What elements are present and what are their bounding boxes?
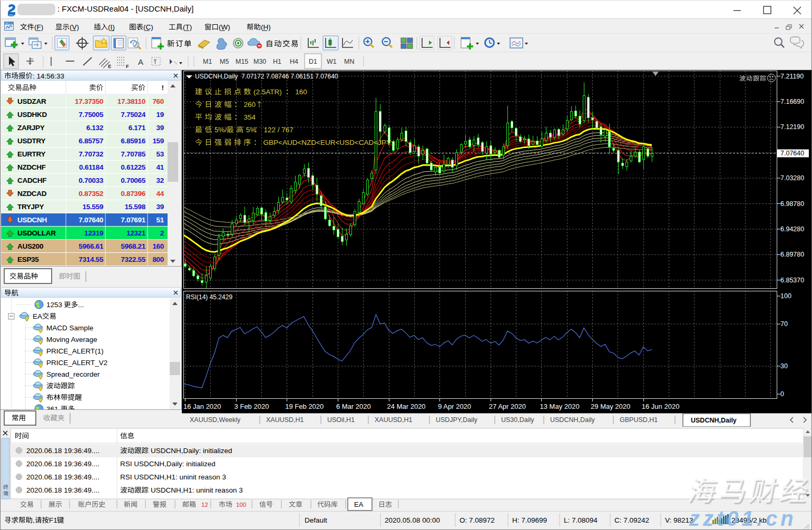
svg-text:(W): (W) <box>219 23 230 31</box>
svg-text:NZDCHF: NZDCHF <box>17 163 46 171</box>
svg-text:41: 41 <box>156 163 164 171</box>
svg-text:MN: MN <box>344 58 354 65</box>
svg-text:159: 159 <box>152 137 164 145</box>
svg-text:EA: EA <box>33 312 42 320</box>
svg-text:6.94280: 6.94280 <box>780 225 804 233</box>
svg-text:E: E <box>108 64 111 69</box>
svg-text:H: 7.09699: H: 7.09699 <box>512 516 547 524</box>
svg-text:A: A <box>138 57 143 66</box>
svg-text:(H): (H) <box>261 23 271 31</box>
svg-text:USDHKD: USDHKD <box>17 111 47 119</box>
svg-text:7.21190: 7.21190 <box>780 73 804 80</box>
svg-text:H1: H1 <box>273 58 281 65</box>
svg-text:D1: D1 <box>309 58 317 65</box>
svg-text:C: 7.09242: C: 7.09242 <box>614 516 649 524</box>
svg-text:6.171: 6.171 <box>129 124 146 132</box>
svg-text:17.37350: 17.37350 <box>75 97 103 105</box>
svg-text:AUS200: AUS200 <box>17 242 43 250</box>
svg-text:MACD Sample: MACD Sample <box>46 324 93 332</box>
svg-text:27 Apr 2020: 27 Apr 2020 <box>489 403 526 410</box>
svg-text:7.75024: 7.75024 <box>121 111 145 119</box>
svg-text:9 Apr 2020: 9 Apr 2020 <box>438 403 471 410</box>
svg-text:15.598: 15.598 <box>125 203 146 211</box>
svg-text:2020.06.18 19:36:49....: 2020.06.18 19:36:49.... <box>26 460 100 468</box>
svg-text:6.98780: 6.98780 <box>780 200 804 208</box>
svg-text:1253: 1253 <box>46 301 62 309</box>
svg-text:zzt01.cn: zzt01.cn <box>689 507 797 530</box>
svg-text:Default: Default <box>305 516 327 524</box>
svg-text:RSI USDCNH,H1: uninit reason 3: RSI USDCNH,H1: uninit reason 3 <box>120 473 226 481</box>
svg-text:6.85916: 6.85916 <box>121 137 145 145</box>
svg-text:30: 30 <box>780 362 788 370</box>
svg-text:USDTRY: USDTRY <box>17 137 45 145</box>
svg-text:,: , <box>33 516 35 524</box>
svg-text:XAUUSD,Weekly: XAUUSD,Weekly <box>190 416 241 424</box>
svg-text:EURTRY: EURTRY <box>17 150 45 158</box>
svg-text:Spread_recorder: Spread_recorder <box>46 370 100 378</box>
svg-text:7.07691: 7.07691 <box>121 216 145 224</box>
svg-text:12319: 12319 <box>84 229 103 237</box>
svg-text:ZARJPY: ZARJPY <box>17 124 45 132</box>
svg-text:USDCNH: USDCNH <box>17 216 47 224</box>
svg-text:PRICE_ALERT(1): PRICE_ALERT(1) <box>46 347 104 355</box>
svg-text:7.03280: 7.03280 <box>780 174 804 182</box>
svg-text:ESP35: ESP35 <box>17 256 39 263</box>
svg-text:(C): (C) <box>143 23 153 31</box>
svg-text:13 May 2020: 13 May 2020 <box>540 403 580 410</box>
svg-text:6.89780: 6.89780 <box>780 251 804 258</box>
svg-text:5%/: 5%/ <box>214 126 227 134</box>
svg-text:USDZAR: USDZAR <box>17 97 46 105</box>
svg-text:39: 39 <box>156 203 164 211</box>
svg-text:M15: M15 <box>236 58 248 65</box>
svg-text:F1: F1 <box>49 516 57 524</box>
svg-text:7314.55: 7314.55 <box>79 256 103 263</box>
svg-text:122 / 767: 122 / 767 <box>264 126 294 134</box>
svg-text:53: 53 <box>156 150 164 158</box>
svg-text:17.38110: 17.38110 <box>118 97 145 105</box>
svg-text:6.85757: 6.85757 <box>79 137 103 145</box>
svg-text:T: T <box>153 58 157 65</box>
svg-text:760: 760 <box>152 97 164 105</box>
svg-text:RSI(14) 45.2429: RSI(14) 45.2429 <box>186 293 232 301</box>
svg-text:USDOLLAR: USDOLLAR <box>17 229 56 237</box>
svg-text:29 May 2020: 29 May 2020 <box>591 403 630 410</box>
svg-text:TRYJPY: TRYJPY <box>17 203 44 211</box>
svg-text:NZDCAD: NZDCAD <box>17 190 47 198</box>
svg-text:(V): (V) <box>70 23 79 31</box>
svg-text:CADCHF: CADCHF <box>17 176 46 184</box>
svg-text:XAUUSD,H1: XAUUSD,H1 <box>266 416 304 424</box>
svg-text:7.12190: 7.12190 <box>780 123 804 131</box>
svg-text:16 Jan 2020: 16 Jan 2020 <box>183 403 221 410</box>
svg-text:19 Feb 2020: 19 Feb 2020 <box>285 403 324 410</box>
svg-text:6 Mar 2020: 6 Mar 2020 <box>336 403 371 410</box>
svg-text:7.75005: 7.75005 <box>79 111 103 119</box>
svg-text:7.70732: 7.70732 <box>79 150 103 158</box>
svg-text:USDCNH,Daily: initialized: USDCNH,Daily: initialized <box>151 447 232 455</box>
svg-text:7.07640: 7.07640 <box>780 150 804 157</box>
svg-text:7.70785: 7.70785 <box>121 150 145 158</box>
svg-text:0.70033: 0.70033 <box>79 176 103 184</box>
svg-text:5966.61: 5966.61 <box>79 242 103 250</box>
svg-text:160: 160 <box>152 242 164 250</box>
svg-text:0.87352: 0.87352 <box>79 190 103 198</box>
svg-text:...: ... <box>78 301 84 309</box>
svg-text:USDCNH,Daily: USDCNH,Daily <box>550 416 595 424</box>
svg-text:O: 7.08972: O: 7.08972 <box>459 516 495 524</box>
svg-text:100: 100 <box>236 502 246 508</box>
svg-text:6.85370: 6.85370 <box>780 277 804 284</box>
svg-text:12: 12 <box>201 502 208 508</box>
svg-text:44: 44 <box>156 190 164 198</box>
svg-text:GBPUSD,H1: GBPUSD,H1 <box>620 416 658 424</box>
svg-text:: 14:56:33: : 14:56:33 <box>33 72 64 80</box>
svg-text:24 Mar 2020: 24 Mar 2020 <box>387 403 426 410</box>
svg-text:2020.06.18 19:36:49....: 2020.06.18 19:36:49.... <box>26 447 100 455</box>
svg-text:!: ! <box>162 84 164 92</box>
svg-text:XAUUSD,H1: XAUUSD,H1 <box>375 416 413 424</box>
svg-text:M30: M30 <box>253 58 266 65</box>
svg-text:0.61225: 0.61225 <box>121 163 145 171</box>
svg-text:32: 32 <box>156 176 164 184</box>
svg-text:5968.21: 5968.21 <box>121 242 145 250</box>
svg-text:2020.06.18 19:36:49....: 2020.06.18 19:36:49.... <box>26 486 100 494</box>
svg-text:0.61184: 0.61184 <box>79 163 104 171</box>
svg-text:RSI USDCNH,Daily: initialized: RSI USDCNH,Daily: initialized <box>120 460 216 468</box>
